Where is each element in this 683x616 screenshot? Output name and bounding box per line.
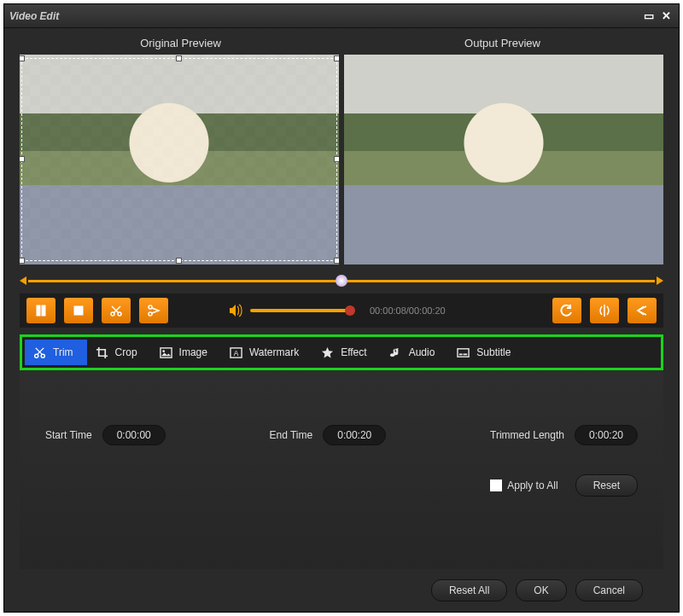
svg-point-6 <box>149 305 152 309</box>
speed-button[interactable] <box>628 298 657 323</box>
crop-handle[interactable] <box>20 258 25 264</box>
trimmed-length-value: 0:00:20 <box>575 425 638 445</box>
svg-rect-2 <box>74 306 83 315</box>
tool-tabs: Trim Crop Image A Watermark Effect <box>25 340 658 365</box>
svg-rect-0 <box>37 305 40 316</box>
crop-handle[interactable] <box>334 156 339 162</box>
output-preview-label: Output Preview <box>342 33 663 55</box>
volume-slider[interactable] <box>250 309 353 312</box>
content-area: Original Preview Output Preview <box>4 28 679 612</box>
tab-effect[interactable]: Effect <box>312 340 380 365</box>
mirror-button[interactable] <box>590 298 619 323</box>
crop-handle[interactable] <box>176 258 182 264</box>
watermark-icon: A <box>230 346 242 359</box>
svg-rect-13 <box>458 348 469 356</box>
pause-button[interactable] <box>26 298 55 323</box>
tab-label: Crop <box>115 346 137 358</box>
original-preview-label: Original Preview <box>20 33 342 55</box>
crop-handle[interactable] <box>334 55 339 61</box>
crop-handle[interactable] <box>20 156 25 162</box>
undo-button[interactable] <box>552 298 581 323</box>
tab-label: Effect <box>341 346 366 358</box>
end-time-field: End Time 0:00:20 <box>270 425 387 445</box>
window-title: Video Edit <box>9 10 59 22</box>
svg-point-10 <box>162 350 165 352</box>
tab-label: Image <box>179 346 207 358</box>
tab-crop[interactable]: Crop <box>87 340 151 365</box>
preview-row <box>20 55 663 264</box>
tab-label: Watermark <box>249 346 299 358</box>
svg-rect-14 <box>459 353 463 355</box>
cut-right-button[interactable] <box>139 298 168 323</box>
svg-rect-9 <box>161 347 172 357</box>
svg-rect-15 <box>464 353 468 355</box>
svg-point-5 <box>149 312 152 316</box>
trim-panel: Start Time 0:00:00 End Time 0:00:20 Trim… <box>20 370 663 569</box>
output-preview <box>344 55 663 264</box>
crop-handle[interactable] <box>20 55 25 61</box>
tab-subtitle[interactable]: Subtitle <box>448 340 524 365</box>
close-icon[interactable]: ✕ <box>658 10 674 22</box>
svg-rect-1 <box>42 305 45 316</box>
crop-handle[interactable] <box>334 258 339 264</box>
image-icon <box>160 346 172 359</box>
tab-label: Subtitle <box>476 346 511 358</box>
scissors-icon <box>33 346 46 359</box>
start-time-field: Start Time 0:00:00 <box>45 425 166 445</box>
ok-button[interactable]: OK <box>516 579 566 601</box>
window-controls: ▭ ✕ <box>641 10 674 22</box>
titlebar: Video Edit ▭ ✕ <box>4 4 679 28</box>
subtitle-icon <box>457 346 470 359</box>
reset-all-button[interactable]: Reset All <box>431 579 507 601</box>
music-note-icon <box>389 346 402 359</box>
tab-label: Audio <box>409 346 435 358</box>
volume-control: 00:00:08/00:00:20 <box>228 303 446 318</box>
reset-button[interactable]: Reset <box>575 474 638 497</box>
dialog-footer: Reset All OK Cancel <box>20 569 663 601</box>
apply-to-all-label: Apply to All <box>507 479 557 491</box>
checkbox-icon[interactable] <box>490 479 502 491</box>
start-time-label: Start Time <box>45 429 92 441</box>
timeline-end-marker[interactable] <box>657 276 663 285</box>
end-time-value[interactable]: 0:00:20 <box>323 425 386 445</box>
cut-button[interactable] <box>102 298 131 323</box>
star-icon <box>321 346 334 359</box>
trimmed-length-field: Trimmed Length 0:00:20 <box>490 425 638 445</box>
volume-icon[interactable] <box>228 303 243 318</box>
tab-image[interactable]: Image <box>151 340 221 365</box>
preview-image <box>344 55 663 264</box>
trim-fields: Start Time 0:00:00 End Time 0:00:20 Trim… <box>45 425 638 445</box>
tool-tabs-highlight: Trim Crop Image A Watermark Effect <box>20 334 663 370</box>
stop-button[interactable] <box>64 298 93 323</box>
tab-watermark[interactable]: A Watermark <box>221 340 312 365</box>
tab-label: Trim <box>53 346 73 358</box>
video-edit-window: Video Edit ▭ ✕ Original Preview Output P… <box>3 3 680 613</box>
volume-knob[interactable] <box>345 305 355 316</box>
tab-audio[interactable]: Audio <box>381 340 449 365</box>
crop-handle[interactable] <box>176 55 182 61</box>
original-preview[interactable] <box>20 55 339 264</box>
crop-selection[interactable] <box>21 58 337 261</box>
svg-text:A: A <box>234 349 239 357</box>
apply-to-all-checkbox[interactable]: Apply to All <box>490 479 557 491</box>
trimmed-length-label: Trimmed Length <box>490 429 564 441</box>
panel-bottom-row: Apply to All Reset <box>45 474 638 497</box>
cancel-button[interactable]: Cancel <box>575 579 643 601</box>
end-time-label: End Time <box>270 429 313 441</box>
timeline-playhead[interactable] <box>336 275 347 287</box>
time-display: 00:00:08/00:00:20 <box>370 305 446 316</box>
playback-controls: 00:00:08/00:00:20 <box>20 293 663 328</box>
timeline-start-marker[interactable] <box>20 276 26 285</box>
crop-icon <box>96 346 108 359</box>
tab-trim[interactable]: Trim <box>25 340 87 365</box>
start-time-value[interactable]: 0:00:00 <box>102 425 166 445</box>
maximize-icon[interactable]: ▭ <box>641 10 657 22</box>
preview-labels: Original Preview Output Preview <box>20 33 663 55</box>
timeline[interactable] <box>20 273 663 288</box>
